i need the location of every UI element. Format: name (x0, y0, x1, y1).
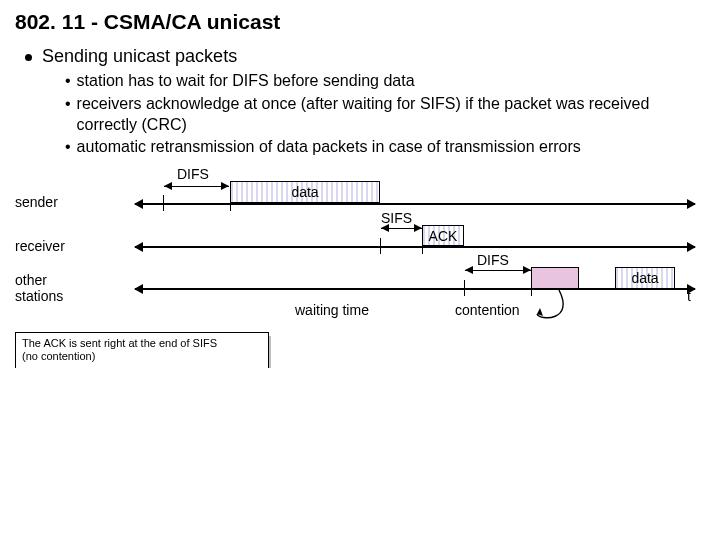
bullet-dot: • (65, 71, 71, 92)
sub-bullet-list: • station has to wait for DIFS before se… (65, 71, 705, 158)
bullet-dot: • (65, 137, 71, 158)
data-block-sender: data (230, 181, 380, 203)
bullet-dot: • (65, 94, 71, 115)
lane-label-receiver: receiver (15, 238, 65, 254)
timeline-receiver (135, 246, 695, 248)
sub-bullet: • station has to wait for DIFS before se… (65, 71, 705, 92)
tick (163, 195, 164, 211)
lane-label-other: other stations (15, 272, 63, 304)
main-bullet-text: Sending unicast packets (42, 46, 237, 67)
data-label: data (631, 270, 658, 286)
contention-arrow-icon (535, 286, 635, 326)
ack-block: ACK (422, 225, 464, 246)
sub-bullet: • automatic retransmission of data packe… (65, 137, 705, 158)
timing-diagram: sender DIFS data receiver SIFS ACK other… (15, 168, 705, 358)
main-bullet: Sending unicast packets (15, 46, 705, 67)
lane-label-sender: sender (15, 194, 58, 210)
sifs-label: SIFS (381, 210, 412, 226)
sifs-span (381, 228, 422, 229)
sub-bullet-text: receivers acknowledge at once (after wai… (77, 94, 705, 136)
note-box: The ACK is sent right at the end of SIFS… (15, 332, 269, 368)
difs2-label: DIFS (477, 252, 509, 268)
waiting-time-label: waiting time (295, 302, 369, 318)
timeline-sender (135, 203, 695, 205)
data-label: data (291, 184, 318, 200)
tick (464, 280, 465, 296)
difs-label: DIFS (177, 166, 209, 182)
sub-bullet: • receivers acknowledge at once (after w… (65, 94, 705, 136)
t-axis-label: t (687, 288, 691, 304)
difs-span-other (465, 270, 531, 271)
sub-bullet-text: station has to wait for DIFS before send… (77, 71, 415, 92)
sub-bullet-text: automatic retransmission of data packets… (77, 137, 581, 158)
tick (380, 238, 381, 254)
slide-title: 802. 11 - CSMA/CA unicast (15, 10, 705, 34)
difs-span (164, 186, 229, 187)
bullet-dot (25, 54, 32, 61)
ack-label: ACK (429, 228, 458, 244)
contention-label: contention (455, 302, 520, 318)
